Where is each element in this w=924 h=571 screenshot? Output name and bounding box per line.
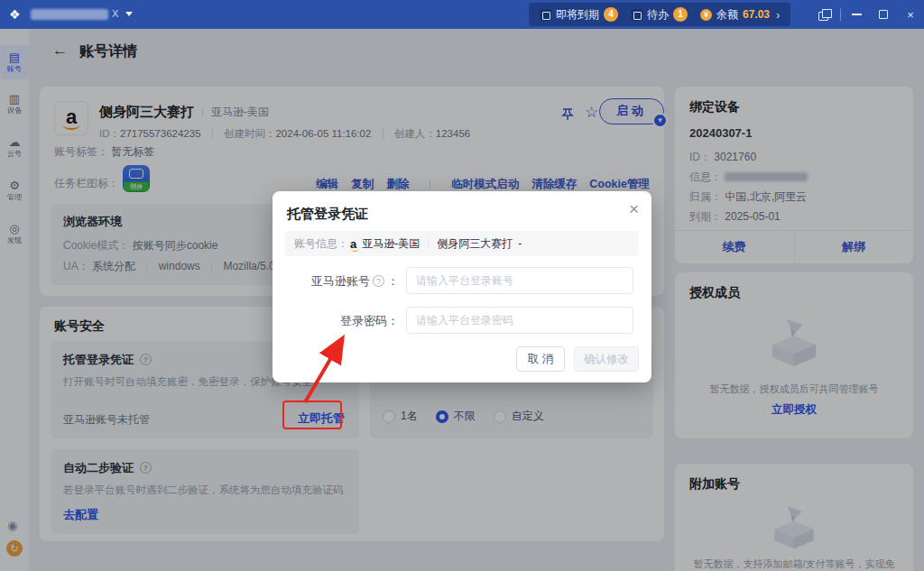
balance-item[interactable]: ¥ 余额 67.03 › bbox=[700, 7, 780, 23]
expiring-soon-badge: 4 bbox=[604, 7, 618, 22]
minimize-button[interactable] bbox=[843, 0, 870, 29]
confirm-button[interactable]: 确认修改 bbox=[574, 346, 639, 372]
expiring-soon-item[interactable]: 即将到期 4 bbox=[540, 7, 618, 23]
balance-value: 67.03 bbox=[743, 8, 770, 21]
info-platform: 亚马逊-美国 bbox=[362, 236, 420, 252]
maximize-button[interactable] bbox=[870, 0, 897, 29]
divider bbox=[428, 239, 429, 248]
app-logo-icon: ❖ bbox=[9, 6, 21, 23]
info-account-name: 侧身阿三大赛打 bbox=[437, 236, 513, 252]
app-window: ❖ X 即将到期 4 待办 1 ¥ 余额 67.03 › bbox=[0, 0, 924, 571]
maximize-icon bbox=[879, 10, 888, 19]
balance-label: 余额 bbox=[716, 7, 738, 23]
titlebar: ❖ X 即将到期 4 待办 1 ¥ 余额 67.03 › bbox=[0, 0, 924, 29]
label-colon: ： bbox=[387, 274, 399, 288]
status-pill: 即将到期 4 待办 1 ¥ 余额 67.03 › bbox=[529, 3, 790, 26]
multi-window-button[interactable] bbox=[811, 0, 838, 29]
app-title-suffix: X bbox=[112, 8, 118, 19]
coin-icon: ¥ bbox=[700, 9, 712, 21]
app-title-caret-icon[interactable] bbox=[125, 12, 133, 16]
titlebar-divider bbox=[840, 8, 841, 21]
info-dash: - bbox=[518, 237, 522, 250]
expiring-soon-label: 即将到期 bbox=[556, 7, 599, 23]
amazon-account-label: 亚马逊账号 bbox=[311, 274, 370, 288]
password-input[interactable] bbox=[406, 307, 633, 334]
clipboard-icon bbox=[631, 9, 642, 21]
calendar-icon bbox=[540, 9, 551, 21]
chevron-right-icon: › bbox=[776, 8, 780, 22]
todo-label: 待办 bbox=[647, 7, 669, 23]
account-info-label: 账号信息： bbox=[294, 236, 348, 252]
modal-title: 托管登录凭证 bbox=[287, 206, 368, 223]
annotation-arrow bbox=[289, 307, 379, 415]
cancel-button[interactable]: 取 消 bbox=[516, 346, 565, 372]
amazon-account-input[interactable] bbox=[406, 267, 633, 294]
multi-window-icon bbox=[818, 9, 831, 20]
close-window-button[interactable]: × bbox=[897, 0, 924, 29]
close-icon[interactable]: × bbox=[629, 200, 639, 218]
todo-item[interactable]: 待办 1 bbox=[631, 7, 688, 23]
amazon-mini-logo: a bbox=[350, 237, 356, 251]
minimize-icon bbox=[852, 14, 862, 15]
help-icon[interactable]: ? bbox=[373, 275, 384, 287]
account-info-bar: 账号信息： a 亚马逊-美国 侧身阿三大赛打 - bbox=[285, 231, 639, 256]
todo-badge: 1 bbox=[673, 7, 688, 22]
app-title-redacted bbox=[31, 9, 108, 20]
